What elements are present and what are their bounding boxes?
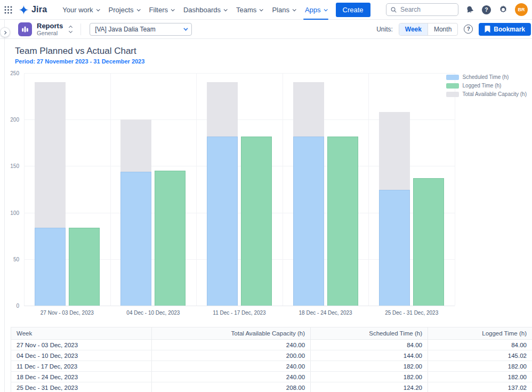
table-cell: 182.00 (428, 372, 532, 382)
legend-item-logged-time-h[interactable]: Logged Time (h) (446, 83, 527, 89)
x-tick-label: 18 Dec - 24 Dec, 2023 (283, 310, 369, 316)
search-box[interactable] (386, 3, 458, 16)
report-help-icon[interactable]: ? (464, 25, 473, 34)
table-cell: 84.00 (311, 340, 428, 350)
notifications-bell-icon[interactable] (465, 5, 474, 14)
table-cell: 04 Dec - 10 Dec, 2023 (11, 350, 152, 361)
nav-item-filters[interactable]: Filters (144, 0, 179, 20)
report-toolbar: Reports General [VA] Java Dalia Team Uni… (0, 20, 532, 39)
chevron-right-icon (3, 31, 6, 35)
legend-swatch (446, 75, 459, 80)
table-cell: 25 Dec - 31 Dec, 2023 (11, 382, 152, 392)
search-icon (391, 6, 397, 13)
table-header-logged-time-h: Logged Time (h) (428, 327, 532, 340)
toolbar-right: Units: WeekMonth ? Bookmark (376, 23, 531, 36)
nav-item-projects[interactable]: Projects (104, 0, 144, 20)
unit-option-week[interactable]: Week (399, 23, 428, 35)
table-cell: 208.00 (151, 382, 310, 392)
y-tick-label: 50 (13, 256, 19, 262)
x-tick-label: 11 Dec - 17 Dec, 2023 (196, 310, 283, 316)
gridline-v (196, 73, 197, 306)
user-avatar[interactable]: BR (515, 3, 528, 16)
bar-logged (241, 137, 272, 306)
y-tick-label: 150 (10, 163, 19, 169)
nav-item-plans[interactable]: Plans (267, 0, 300, 20)
units-label: Units: (376, 26, 393, 33)
gridline-h (24, 306, 455, 306)
units-segmented-control: WeekMonth (399, 23, 458, 36)
app-switcher-icon[interactable] (4, 6, 12, 14)
table-cell: 182.00 (428, 361, 532, 372)
table-row: 11 Dec - 17 Dec, 2023240.00182.00182.00 (11, 361, 532, 372)
nav-item-label: Apps (305, 6, 321, 14)
legend-label: Total Available Capacity (h) (463, 91, 527, 97)
nav-item-teams[interactable]: Teams (231, 0, 267, 20)
table-cell: 182.00 (311, 372, 428, 382)
legend-label: Scheduled Time (h) (463, 74, 509, 80)
search-input[interactable] (400, 6, 454, 13)
gridline-v (110, 73, 111, 306)
nav-item-your-work[interactable]: Your work (58, 0, 103, 20)
bar-logged (413, 178, 444, 306)
unit-option-month[interactable]: Month (428, 23, 457, 35)
nav-item-dashboards[interactable]: Dashboards (179, 0, 231, 20)
topbar-right: ? BR (386, 3, 528, 16)
table-cell: 240.00 (151, 361, 310, 372)
chevron-down-icon (224, 7, 228, 11)
reports-bar-chart-icon (18, 22, 32, 36)
gridline-v (24, 73, 25, 306)
chevron-down-icon (171, 7, 175, 11)
weekly-summary-table-wrap: WeekTotal Available Capacity (h)Schedule… (11, 327, 532, 392)
reports-app-switcher[interactable]: Reports General (18, 22, 72, 36)
legend-swatch (446, 83, 459, 89)
table-header-total-available-capacity-h: Total Available Capacity (h) (151, 327, 310, 340)
table-cell: 18 Dec - 24 Dec, 2023 (11, 372, 152, 382)
nav-item-label: Dashboards (183, 6, 221, 14)
table-cell: 137.02 (428, 382, 532, 392)
legend-item-scheduled-time-h[interactable]: Scheduled Time (h) (446, 74, 527, 80)
bar-scheduled (207, 137, 238, 306)
chart-y-axis: 050100150200250 (0, 73, 21, 306)
nav-item-label: Your work (62, 6, 93, 14)
bar-logged (327, 137, 358, 306)
nav-item-label: Teams (236, 6, 256, 14)
report-switcher-icon[interactable] (69, 26, 72, 33)
bookmark-label: Bookmark (494, 26, 525, 33)
y-tick-label: 250 (10, 70, 19, 76)
bookmark-button[interactable]: Bookmark (479, 23, 531, 36)
bookmark-icon (485, 26, 490, 33)
help-icon[interactable]: ? (481, 5, 491, 15)
team-select-dropdown[interactable]: [VA] Java Dalia Team (90, 23, 192, 36)
jira-report-page: Jira Your workProjectsFiltersDashboardsT… (0, 0, 532, 392)
bar-scheduled (379, 190, 410, 306)
legend-label: Logged Time (h) (463, 83, 502, 89)
team-select-value: [VA] Java Dalia Team (95, 26, 156, 33)
legend-swatch (446, 92, 459, 97)
settings-gear-icon[interactable] (498, 5, 508, 14)
reports-app-subtitle: General (37, 30, 63, 36)
table-row: 04 Dec - 10 Dec, 2023200.00144.00145.02 (11, 350, 532, 361)
y-tick-label: 200 (10, 117, 19, 123)
toolbar-divider (80, 23, 81, 35)
sidebar-expand-button[interactable] (0, 27, 10, 37)
chevron-down-icon (260, 7, 263, 11)
y-tick-label: 100 (10, 210, 19, 215)
table-row: 25 Dec - 31 Dec, 2023208.00124.20137.02 (11, 382, 532, 392)
weekly-summary-table: WeekTotal Available Capacity (h)Schedule… (11, 327, 532, 392)
page-title: Team Planned vs Actual Chart (15, 46, 532, 57)
planned-vs-actual-chart: 050100150200250 Scheduled Time (h)Logged… (0, 73, 532, 321)
reports-app-name: Reports (37, 22, 63, 30)
table-row: 27 Nov - 03 Dec, 2023240.0084.0084.00 (11, 340, 532, 350)
table-cell: 27 Nov - 03 Dec, 2023 (11, 340, 152, 350)
x-tick-label: 25 Dec - 31 Dec, 2023 (368, 310, 455, 316)
nav-item-apps[interactable]: Apps (300, 0, 332, 20)
jira-logo[interactable]: Jira (19, 5, 47, 15)
chevron-down-icon (96, 7, 100, 11)
primary-nav: Your workProjectsFiltersDashboardsTeamsP… (58, 0, 331, 20)
bar-scheduled (293, 137, 324, 306)
bar-scheduled (35, 228, 66, 306)
table-cell: 200.00 (151, 350, 310, 361)
chart-legend: Scheduled Time (h)Logged Time (h)Total A… (446, 74, 527, 97)
legend-item-total-available-capacity-h[interactable]: Total Available Capacity (h) (446, 91, 527, 97)
create-button[interactable]: Create (336, 3, 370, 17)
